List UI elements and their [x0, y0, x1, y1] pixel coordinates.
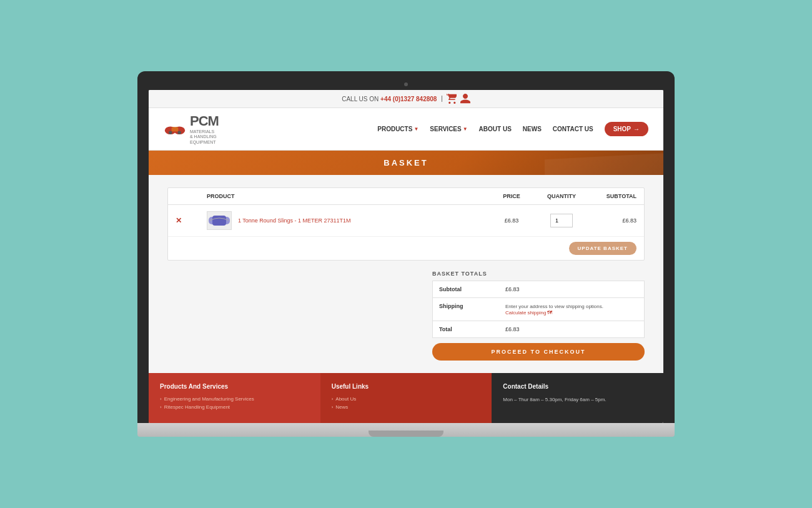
checkout-button[interactable]: PROCEED TO CHECKOUT — [432, 343, 645, 361]
sling-image — [207, 212, 231, 229]
basket-totals: BASKET TOTALS Subtotal £6.83 Shipping En… — [432, 271, 645, 361]
laptop-base — [137, 423, 675, 437]
qty-cell — [537, 214, 587, 227]
col-remove — [176, 193, 207, 199]
footer-products: Products And Services Engineering and Ma… — [149, 373, 320, 423]
footer-link-engineering[interactable]: Engineering and Manufacturing Services — [160, 396, 309, 402]
total-value: £6.83 — [505, 326, 638, 332]
nav-services[interactable]: SERVICES ▼ — [430, 126, 467, 132]
table-header: Product Price Quantity Subtotal — [168, 188, 644, 205]
shipping-row: Shipping Enter your address to view ship… — [433, 298, 644, 321]
main-content: Product Price Quantity Subtotal ✕ — [149, 175, 663, 373]
page-banner: BASKET — [149, 151, 663, 175]
footer-link-about[interactable]: About Us — [332, 396, 481, 402]
site-footer: Products And Services Engineering and Ma… — [149, 373, 663, 423]
item-price: £6.83 — [487, 217, 537, 224]
call-text: CALL US ON — [342, 95, 379, 102]
camera — [404, 82, 408, 86]
product-name-link[interactable]: 1 Tonne Round Slings - 1 METER 27311T1M — [238, 217, 350, 224]
subtotal-value: £6.83 — [505, 286, 638, 292]
nav-contact[interactable]: CONTACT US — [553, 126, 593, 132]
screen-content: CALL US ON +44 (0)1327 842808 | — [149, 90, 663, 423]
site-header: PCM MATERIALS& HANDLINGEQUIPMENT PRODUCT… — [149, 108, 663, 151]
col-price-header: Price — [487, 193, 537, 199]
svg-point-3 — [169, 131, 172, 134]
chevron-down-icon: ▼ — [463, 126, 468, 132]
subtotal-label: Subtotal — [439, 286, 505, 292]
external-link-icon: 🗺 — [547, 310, 552, 316]
subtotal-row: Subtotal £6.83 — [433, 281, 644, 298]
svg-rect-2 — [172, 127, 179, 132]
logo-subtitle: MATERIALS& HANDLINGEQUIPMENT — [190, 129, 219, 145]
svg-rect-6 — [212, 216, 226, 226]
nav-about[interactable]: ABOUT US — [479, 126, 512, 132]
phone-number[interactable]: +44 (0)1327 842808 — [380, 95, 437, 102]
col-product-header: Product — [207, 193, 487, 199]
chevron-down-icon: ▼ — [413, 126, 418, 132]
footer-col3-title: Contact Details — [503, 383, 652, 390]
total-label: Total — [439, 326, 505, 332]
top-icons: | — [441, 94, 470, 104]
shipping-note: Enter your address to view shipping opti… — [505, 303, 638, 310]
totals-title: BASKET TOTALS — [432, 271, 645, 277]
arrow-right-icon: → — [633, 126, 640, 132]
basket-table: Product Price Quantity Subtotal ✕ — [167, 187, 645, 261]
product-cell: 1 Tonne Round Slings - 1 METER 27311T1M — [207, 211, 487, 230]
quantity-input[interactable] — [550, 214, 573, 227]
logo-icon — [164, 120, 186, 137]
svg-point-4 — [178, 131, 181, 134]
main-nav: PRODUCTS ▼ SERVICES ▼ ABOUT US NEWS CONT — [377, 122, 648, 136]
footer-col1-title: Products And Services — [160, 383, 309, 390]
calculate-shipping-link[interactable]: Calculate shipping 🗺 — [505, 310, 638, 316]
laptop-notch — [369, 431, 443, 437]
logo-text: PCM — [190, 113, 219, 129]
shipping-label: Shipping — [439, 303, 505, 309]
laptop-frame: CALL US ON +44 (0)1327 842808 | — [137, 71, 675, 437]
footer-col2-title: Useful Links — [332, 383, 481, 390]
table-row: ✕ 1 Tonne Round Slings - 1 METER 27311T1… — [168, 205, 644, 237]
totals-table: Subtotal £6.83 Shipping Enter your addre… — [432, 281, 645, 338]
cart-icon[interactable] — [447, 94, 457, 104]
shop-button[interactable]: SHOP → — [605, 122, 648, 136]
col-qty-header: Quantity — [537, 193, 587, 199]
col-sub-header: Subtotal — [587, 193, 636, 199]
footer-link-news[interactable]: News — [332, 404, 481, 410]
footer-hours: Mon – Thur 8am – 5.30pm, Friday 6am – 5p… — [503, 396, 652, 404]
product-image — [207, 211, 232, 230]
footer-link-ritespec[interactable]: Ritespec Handling Equipment — [160, 404, 309, 410]
nav-products[interactable]: PRODUCTS ▼ — [377, 126, 418, 132]
shipping-value: Enter your address to view shipping opti… — [505, 303, 638, 316]
banner-title: BASKET — [156, 158, 656, 167]
nav-news[interactable]: NEWS — [523, 126, 542, 132]
update-row: UPDATE BASKET — [168, 237, 644, 260]
total-row: Total £6.83 — [433, 321, 644, 337]
logo[interactable]: PCM MATERIALS& HANDLINGEQUIPMENT — [164, 113, 226, 145]
top-bar: CALL US ON +44 (0)1327 842808 | — [149, 90, 663, 108]
remove-item-button[interactable]: ✕ — [176, 216, 207, 225]
update-basket-button[interactable]: UPDATE BASKET — [569, 242, 636, 255]
footer-links: Useful Links About Us News — [320, 373, 492, 423]
basket-totals-area: BASKET TOTALS Subtotal £6.83 Shipping En… — [167, 271, 645, 361]
screen-bezel: CALL US ON +44 (0)1327 842808 | — [137, 71, 675, 423]
footer-contact: Contact Details Mon – Thur 8am – 5.30pm,… — [492, 373, 663, 423]
user-icon[interactable] — [460, 94, 470, 104]
item-subtotal: £6.83 — [587, 217, 636, 224]
